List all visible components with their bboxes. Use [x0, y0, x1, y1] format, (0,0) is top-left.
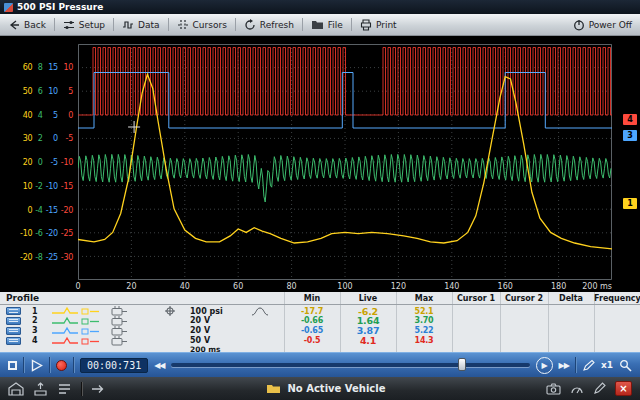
file-icon — [311, 19, 324, 30]
channel-marker-1[interactable]: 1 — [623, 198, 637, 209]
forward-button[interactable] — [91, 383, 106, 395]
setup-button[interactable]: Setup — [55, 14, 113, 36]
max-value: 14.3 — [396, 336, 452, 345]
setup-icon — [63, 19, 75, 31]
probe-icon[interactable] — [110, 326, 164, 336]
active-vehicle-area[interactable]: No Active Vehicle — [115, 383, 537, 394]
y-axis-channel-3: 151050-5-10-15-20-25 — [46, 63, 58, 262]
toolbar: Back Setup Data Cursors Refresh File — [0, 14, 640, 36]
plot-area[interactable] — [78, 44, 612, 280]
power-off-button[interactable]: Power Off — [565, 14, 640, 36]
channel-number: 3 — [32, 326, 50, 335]
back-button[interactable]: Back — [0, 14, 54, 36]
row-drag-handle[interactable] — [6, 307, 21, 315]
status-bar: No Active Vehicle × — [0, 377, 640, 400]
camera-button[interactable] — [546, 383, 561, 395]
pen-icon — [582, 359, 595, 372]
stop-button[interactable] — [8, 361, 17, 370]
play-icon — [30, 359, 43, 372]
measurement-panel: Profile Min Live Max Cursor 1 Cursor 2 D… — [0, 292, 640, 352]
playback-slider-thumb[interactable] — [458, 358, 466, 371]
live-header: Live — [340, 294, 396, 303]
eject-button[interactable] — [33, 382, 48, 396]
channel-markers: 431 — [623, 44, 638, 280]
file-button[interactable]: File — [303, 14, 351, 36]
play-button[interactable] — [30, 359, 43, 372]
y-axis-labels: 6050403020100-10-2086420-2-4-6-8151050-5… — [0, 63, 76, 262]
menu-button[interactable] — [57, 382, 72, 396]
meter-button[interactable] — [570, 383, 584, 395]
record-button[interactable] — [56, 360, 67, 371]
timebase-value[interactable]: 200 ms — [190, 345, 250, 352]
play-circle-button[interactable]: ▶ — [536, 357, 553, 374]
camera-icon — [546, 383, 561, 395]
cursor1-header: Cursor 1 — [452, 294, 500, 303]
probe-icon[interactable] — [110, 336, 164, 346]
row-drag-handle[interactable] — [6, 327, 21, 335]
channel-number: 4 — [32, 336, 50, 345]
cursors-button[interactable]: Cursors — [169, 14, 235, 36]
trace-style-icon[interactable] — [50, 326, 110, 336]
scope-display: 6050403020100-10-2086420-2-4-6-8151050-5… — [0, 36, 640, 292]
close-button[interactable]: × — [615, 381, 632, 396]
x-tick: 60 — [233, 282, 243, 291]
magnifier-icon — [619, 359, 632, 372]
file-label: File — [328, 20, 343, 30]
row-drag-handle[interactable] — [6, 317, 21, 325]
channel-marker-4[interactable]: 4 — [623, 114, 637, 125]
fast-forward-icon: ▶▶ — [559, 361, 569, 370]
home-button[interactable] — [8, 382, 24, 396]
x-tick: 40 — [180, 282, 190, 291]
measurement-header: Profile Min Live Max Cursor 1 Cursor 2 D… — [0, 292, 640, 305]
rewind-icon: ◀◀ — [154, 361, 164, 370]
playback-bar: 00:00:731 ◀◀ ▶ ▶▶ x1 — [0, 352, 640, 377]
zoom-button[interactable] — [619, 359, 632, 372]
trigger-point-marker — [128, 121, 140, 133]
x-tick: 0 — [75, 282, 80, 291]
profile-label: Profile — [6, 293, 190, 303]
annotate-button[interactable] — [582, 359, 595, 372]
probe-icon[interactable] — [110, 316, 164, 326]
row-drag-handle[interactable] — [6, 337, 21, 345]
edit-button[interactable] — [593, 382, 606, 395]
stop-icon — [8, 361, 17, 370]
refresh-button[interactable]: Refresh — [236, 14, 302, 36]
channel-row-1: 1100 psi-17.7-6.252.1 — [0, 305, 640, 315]
zoom-level[interactable]: x1 — [601, 360, 613, 370]
trace-style-icon[interactable] — [50, 336, 110, 346]
channel-range[interactable]: 20 V — [190, 316, 250, 325]
cursor2-header: Cursor 2 — [500, 294, 548, 303]
channel-range[interactable]: 50 V — [190, 336, 250, 345]
home-icon — [8, 382, 24, 396]
playback-time: 00:00:731 — [80, 358, 148, 373]
channel-marker-3[interactable]: 3 — [623, 130, 637, 141]
print-button[interactable]: Print — [352, 14, 405, 36]
channel-row-2: 220 V-0.661.643.70 — [0, 315, 640, 325]
max-header: Max — [396, 294, 452, 303]
channel-range[interactable]: 20 V — [190, 326, 250, 335]
back-label: Back — [24, 20, 46, 30]
eject-icon — [33, 382, 48, 396]
frequency-header: Frequency — [594, 294, 640, 303]
y-axis-channel-1: 6050403020100-10-20 — [20, 63, 32, 262]
channel-number: 2 — [32, 316, 50, 325]
trace-style-icon[interactable] — [50, 316, 110, 326]
x-tick: 180 — [551, 282, 566, 291]
channel-rows: 1100 psi-17.7-6.252.1220 V-0.661.643.703… — [0, 305, 640, 345]
x-axis-labels: 020406080100120140160180200 ms — [78, 282, 612, 292]
fast-forward-button[interactable]: ▶▶ — [559, 361, 569, 370]
min-value: -0.66 — [284, 316, 340, 325]
power-off-label: Power Off — [589, 20, 632, 30]
play-circle-icon: ▶ — [542, 361, 547, 370]
menu-icon — [57, 382, 72, 396]
playback-slider[interactable] — [171, 363, 530, 367]
setup-label: Setup — [79, 20, 105, 30]
window-title: 500 PSI Pressure — [17, 2, 103, 12]
delta-header: Delta — [548, 294, 594, 303]
data-button[interactable]: Data — [114, 14, 168, 36]
refresh-label: Refresh — [260, 20, 294, 30]
min-value: -0.5 — [284, 336, 340, 345]
rewind-button[interactable]: ◀◀ — [154, 361, 164, 370]
meter-icon — [570, 383, 584, 395]
timebase-row: 200 ms — [0, 345, 640, 352]
